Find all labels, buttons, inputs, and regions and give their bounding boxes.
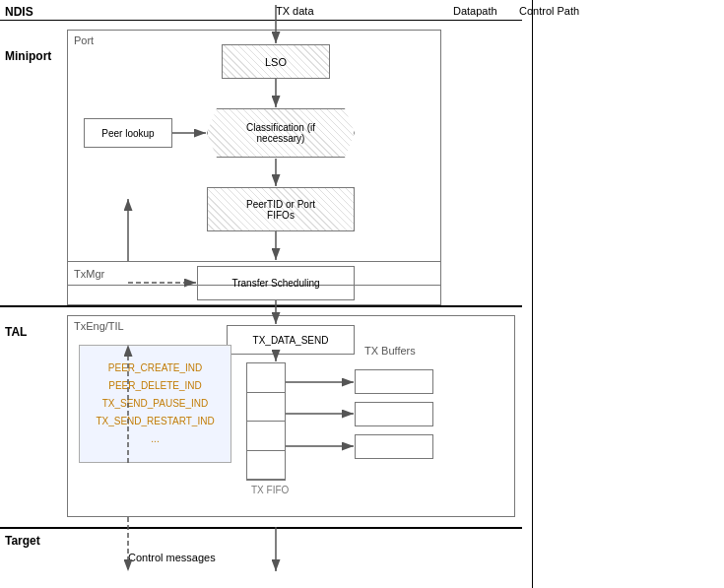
indications-box: PEER_CREATE_IND PEER_DELETE_IND TX_SEND_… xyxy=(79,345,231,463)
bot-divider xyxy=(0,527,522,529)
control-path-line xyxy=(532,0,533,588)
ndis-label: NDIS xyxy=(5,5,33,19)
lso-label: LSO xyxy=(265,56,287,68)
classif-label: Classification (ifnecessary) xyxy=(246,122,315,144)
peer-lookup-label: Peer lookup xyxy=(101,128,154,139)
buffer-box-1 xyxy=(355,369,433,394)
controlpath-label: Control Path xyxy=(519,5,579,18)
peertid-label: PeerTID or PortFIFOs xyxy=(246,199,315,221)
fifo-column xyxy=(246,362,286,481)
classification-box: Classification (ifnecessary) xyxy=(207,108,355,158)
tx-data-send-label: TX_DATA_SEND xyxy=(253,335,329,346)
peer-lookup-box: Peer lookup xyxy=(84,118,172,148)
fifo-row-1 xyxy=(247,363,285,393)
tx-data-send-box: TX_DATA_SEND xyxy=(227,325,355,355)
tx-data-label: TX data xyxy=(276,5,314,17)
transfer-scheduling-box: Transfer Scheduling xyxy=(197,266,355,300)
indications-text: PEER_CREATE_IND PEER_DELETE_IND TX_SEND_… xyxy=(96,359,214,448)
buffer-box-2 xyxy=(355,402,433,426)
fifo-row-4 xyxy=(247,451,285,481)
port-label: Port xyxy=(74,34,94,46)
ind-line-4: TX_SEND_RESTART_IND xyxy=(96,416,214,426)
ind-line-3: TX_SEND_PAUSE_IND xyxy=(102,398,209,409)
transfer-scheduling-label: Transfer Scheduling xyxy=(231,278,319,289)
txeng-label: TxEng/TIL xyxy=(74,320,124,332)
diagram: NDIS TX data Datapath Control Path Minip… xyxy=(0,0,724,588)
fifo-row-3 xyxy=(247,422,285,451)
target-label: Target xyxy=(5,534,40,548)
buffer-box-3 xyxy=(355,434,433,459)
tal-label: TAL xyxy=(5,325,27,339)
fifo-label: TX FIFO xyxy=(251,485,289,495)
datapath-label: Datapath xyxy=(453,5,497,17)
miniport-label: Miniport xyxy=(5,49,51,63)
ind-line-5: ... xyxy=(151,433,159,444)
control-messages-label: Control messages xyxy=(128,552,216,563)
ind-line-1: PEER_CREATE_IND xyxy=(108,362,202,373)
top-divider xyxy=(0,20,522,21)
lso-box: LSO xyxy=(222,44,330,79)
tx-buffers-label: TX Buffers xyxy=(364,345,416,357)
fifo-row-2 xyxy=(247,393,285,423)
peertid-box: PeerTID or PortFIFOs xyxy=(207,187,355,231)
txmgr-label: TxMgr xyxy=(74,268,104,280)
ind-line-2: PEER_DELETE_IND xyxy=(108,380,201,391)
mid-divider xyxy=(0,305,522,307)
